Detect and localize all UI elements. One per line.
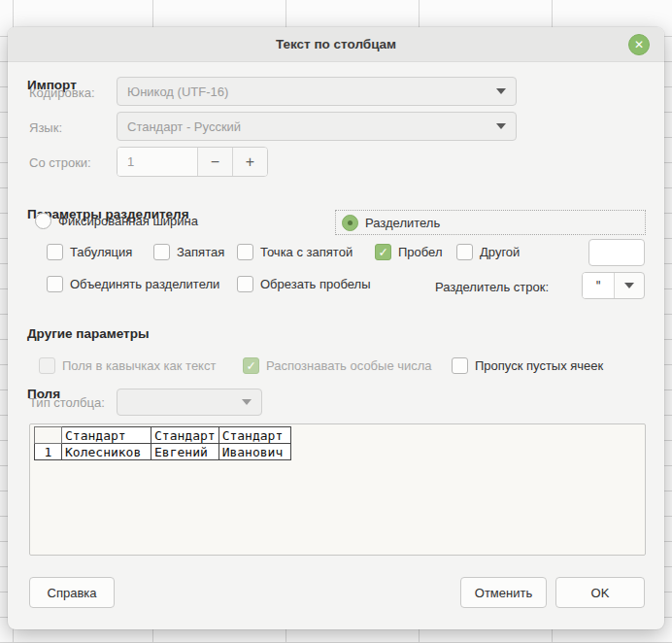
string-delimiter-combo[interactable]: " xyxy=(582,272,645,299)
skip-empty-cells-checkbox[interactable]: Пропуск пустых ячеек xyxy=(452,357,603,374)
checkbox-icon[interactable] xyxy=(237,244,253,260)
chevron-down-icon xyxy=(496,123,506,129)
checkbox-icon[interactable] xyxy=(456,244,473,260)
cancel-button[interactable]: Отменить xyxy=(460,577,547,608)
other-checkbox[interactable]: Другой xyxy=(456,244,520,260)
space-label: Пробел xyxy=(398,245,443,259)
column-header[interactable]: Стандарт xyxy=(62,427,151,444)
detect-numbers-checkbox: Распознавать особые числа xyxy=(243,357,432,374)
dialog-title: Текст по столбцам xyxy=(276,37,396,51)
comma-label: Запятая xyxy=(177,245,224,259)
language-dropdown[interactable]: Стандарт - Русский xyxy=(117,112,517,141)
other-label: Другой xyxy=(480,245,520,259)
close-icon[interactable]: ✕ xyxy=(628,34,650,55)
column-type-dropdown xyxy=(117,389,262,416)
checkbox-icon[interactable] xyxy=(153,244,170,260)
quoted-as-text-checkbox: Поля в кавычках как текст xyxy=(39,357,216,374)
trim-spaces-checkbox[interactable]: Обрезать пробелы xyxy=(237,276,371,292)
delimiter-label: Разделитель xyxy=(365,216,440,230)
skip-empty-cells-label: Пропуск пустых ячеек xyxy=(475,358,603,373)
other-delimiter-input[interactable] xyxy=(588,239,645,266)
tab-checkbox[interactable]: Табуляция xyxy=(47,244,132,260)
checkbox-icon[interactable] xyxy=(452,357,468,374)
corner-cell xyxy=(35,427,62,444)
text-to-columns-dialog: Текст по столбцам ✕ Импорт Кодировка: Юн… xyxy=(8,27,664,629)
radio-icon[interactable] xyxy=(35,213,51,229)
table-row: 1 Колесников Евгений Иванович xyxy=(35,444,291,460)
preview-header-row: Стандарт Стандарт Стандарт xyxy=(35,427,291,444)
from-row-value[interactable]: 1 xyxy=(118,148,197,176)
merge-delimiters-label: Объединять разделители xyxy=(70,277,219,291)
encoding-label: Кодировка: xyxy=(29,85,95,100)
row-number: 1 xyxy=(35,444,62,460)
delimiter-radio-focus[interactable]: Разделитель xyxy=(335,210,646,235)
preview-cell: Колесников xyxy=(62,444,151,460)
help-button[interactable]: Справка xyxy=(29,577,115,608)
chevron-down-icon xyxy=(496,88,506,94)
spreadsheet-background: { "window": { "title": "Текст по столбца… xyxy=(0,0,672,643)
trim-spaces-label: Обрезать пробелы xyxy=(260,277,371,291)
radio-icon[interactable] xyxy=(342,215,358,231)
preview-table: Стандарт Стандарт Стандарт 1 Колесников … xyxy=(34,426,291,460)
semicolon-label: Точка с запятой xyxy=(260,245,353,259)
checkbox-icon xyxy=(243,357,259,374)
semicolon-checkbox[interactable]: Точка с запятой xyxy=(237,244,353,260)
dialog-titlebar[interactable]: Текст по столбцам ✕ xyxy=(8,27,664,62)
quoted-as-text-label: Поля в кавычках как текст xyxy=(62,358,216,373)
from-row-stepper: 1 − + xyxy=(117,147,268,177)
checkbox-icon[interactable] xyxy=(47,244,63,260)
ok-button[interactable]: OK xyxy=(555,577,645,608)
checkbox-icon xyxy=(39,357,55,374)
checkbox-icon[interactable] xyxy=(47,276,63,292)
language-value: Стандарт - Русский xyxy=(127,119,241,134)
detect-numbers-label: Распознавать особые числа xyxy=(266,358,432,373)
fixed-width-radio[interactable]: Фиксированная ширина xyxy=(35,213,198,229)
tab-label: Табуляция xyxy=(70,245,132,259)
column-header[interactable]: Стандарт xyxy=(218,427,290,444)
preview-panel[interactable]: Стандарт Стандарт Стандарт 1 Колесников … xyxy=(29,423,646,556)
from-row-decrement-button[interactable]: − xyxy=(197,148,232,176)
space-checkbox[interactable]: Пробел xyxy=(375,244,443,260)
chevron-down-icon[interactable] xyxy=(614,273,644,298)
preview-cell: Евгений xyxy=(151,444,219,460)
column-type-label: Тип столбца: xyxy=(29,395,105,410)
column-header[interactable]: Стандарт xyxy=(151,427,219,444)
comma-checkbox[interactable]: Запятая xyxy=(153,244,224,260)
fixed-width-label: Фиксированная ширина xyxy=(58,214,198,228)
merge-delimiters-checkbox[interactable]: Объединять разделители xyxy=(47,276,219,292)
other-options-heading: Другие параметры xyxy=(27,326,150,341)
encoding-dropdown[interactable]: Юникод (UTF-16) xyxy=(117,77,517,106)
encoding-value: Юникод (UTF-16) xyxy=(127,85,228,99)
chevron-down-icon xyxy=(242,399,252,405)
from-row-label: Со строки: xyxy=(29,155,91,170)
preview-cell: Иванович xyxy=(218,444,290,460)
checkbox-icon[interactable] xyxy=(237,276,253,292)
from-row-increment-button[interactable]: + xyxy=(232,148,267,176)
string-delimiter-value[interactable]: " xyxy=(583,273,614,298)
language-label: Язык: xyxy=(29,120,62,135)
string-delimiter-label: Разделитель строк: xyxy=(396,280,549,294)
checkbox-icon[interactable] xyxy=(375,244,391,260)
